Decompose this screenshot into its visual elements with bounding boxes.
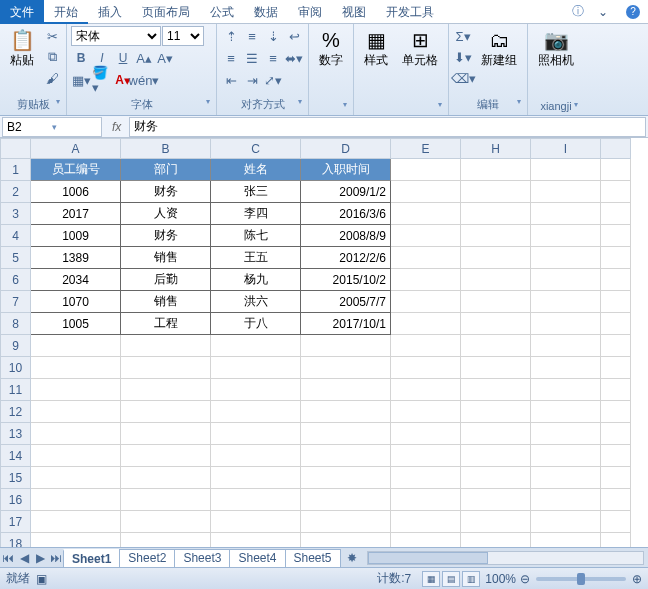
- table-cell[interactable]: 财务: [121, 181, 211, 203]
- row-header-16[interactable]: 16: [1, 489, 31, 511]
- empty-cell[interactable]: [31, 379, 121, 401]
- empty-cell[interactable]: [391, 445, 461, 467]
- empty-cell[interactable]: [391, 291, 461, 313]
- table-cell[interactable]: 2015/10/2: [301, 269, 391, 291]
- table-header-cell[interactable]: 姓名: [211, 159, 301, 181]
- table-cell[interactable]: 2012/2/6: [301, 247, 391, 269]
- decrease-font-icon[interactable]: A▾: [155, 48, 175, 68]
- table-cell[interactable]: 1070: [31, 291, 121, 313]
- row-header-5[interactable]: 5: [1, 247, 31, 269]
- table-header-cell[interactable]: 员工编号: [31, 159, 121, 181]
- help-icon[interactable]: ?: [626, 5, 640, 19]
- sheet-tab-Sheet4[interactable]: Sheet4: [229, 549, 285, 567]
- empty-cell[interactable]: [461, 357, 531, 379]
- sheet-tab-Sheet2[interactable]: Sheet2: [119, 549, 175, 567]
- formula-input[interactable]: 财务: [129, 117, 646, 137]
- table-cell[interactable]: 2009/1/2: [301, 181, 391, 203]
- empty-cell[interactable]: [461, 159, 531, 181]
- empty-cell[interactable]: [531, 357, 601, 379]
- cells-button[interactable]: ⊞ 单元格: [396, 26, 444, 71]
- empty-cell[interactable]: [211, 357, 301, 379]
- table-cell[interactable]: 2017: [31, 203, 121, 225]
- worksheet[interactable]: ABCDEHI1员工编号部门姓名入职时间21006财务张三2009/1/2320…: [0, 138, 648, 547]
- empty-cell[interactable]: [531, 445, 601, 467]
- table-cell[interactable]: 1005: [31, 313, 121, 335]
- wrap-text-icon[interactable]: ↩: [284, 26, 304, 46]
- sheet-nav-prev[interactable]: ◀: [16, 550, 32, 566]
- row-header-17[interactable]: 17: [1, 511, 31, 533]
- fill-color-button[interactable]: 🪣▾: [92, 70, 112, 90]
- bold-button[interactable]: B: [71, 48, 91, 68]
- empty-cell[interactable]: [121, 445, 211, 467]
- empty-cell[interactable]: [121, 335, 211, 357]
- empty-cell[interactable]: [461, 379, 531, 401]
- col-header-B[interactable]: B: [121, 139, 211, 159]
- col-header-I[interactable]: I: [531, 139, 601, 159]
- empty-cell[interactable]: [301, 379, 391, 401]
- empty-cell[interactable]: [211, 445, 301, 467]
- row-header-4[interactable]: 4: [1, 225, 31, 247]
- paste-button[interactable]: 📋 粘贴: [4, 26, 40, 71]
- indent-decrease-icon[interactable]: ⇤: [221, 70, 241, 90]
- empty-cell[interactable]: [301, 467, 391, 489]
- empty-cell[interactable]: [531, 423, 601, 445]
- empty-cell[interactable]: [121, 357, 211, 379]
- align-bottom-icon[interactable]: ⇣: [263, 26, 283, 46]
- tab-2[interactable]: 页面布局: [132, 0, 200, 24]
- table-cell[interactable]: 后勤: [121, 269, 211, 291]
- format-painter-icon[interactable]: 🖌: [42, 68, 62, 88]
- align-left-icon[interactable]: ≡: [221, 48, 241, 68]
- zoom-in-button[interactable]: ⊕: [632, 572, 642, 586]
- empty-cell[interactable]: [301, 401, 391, 423]
- zoom-out-button[interactable]: ⊖: [520, 572, 530, 586]
- empty-cell[interactable]: [391, 533, 461, 548]
- empty-cell[interactable]: [461, 269, 531, 291]
- number-format-button[interactable]: % 数字: [313, 26, 349, 71]
- empty-cell[interactable]: [531, 533, 601, 548]
- underline-button[interactable]: U: [113, 48, 133, 68]
- table-cell[interactable]: 洪六: [211, 291, 301, 313]
- name-box[interactable]: B2 ▾: [2, 117, 102, 137]
- empty-cell[interactable]: [211, 467, 301, 489]
- empty-cell[interactable]: [391, 511, 461, 533]
- empty-cell[interactable]: [461, 225, 531, 247]
- table-cell[interactable]: 财务: [121, 225, 211, 247]
- row-header-8[interactable]: 8: [1, 313, 31, 335]
- empty-cell[interactable]: [391, 489, 461, 511]
- indent-increase-icon[interactable]: ⇥: [242, 70, 262, 90]
- empty-cell[interactable]: [461, 401, 531, 423]
- table-cell[interactable]: 王五: [211, 247, 301, 269]
- col-header-C[interactable]: C: [211, 139, 301, 159]
- empty-cell[interactable]: [301, 335, 391, 357]
- empty-cell[interactable]: [391, 313, 461, 335]
- tab-0[interactable]: 开始: [44, 0, 88, 24]
- row-header-12[interactable]: 12: [1, 401, 31, 423]
- empty-cell[interactable]: [211, 379, 301, 401]
- empty-cell[interactable]: [301, 511, 391, 533]
- tab-7[interactable]: 开发工具: [376, 0, 444, 24]
- table-cell[interactable]: 销售: [121, 247, 211, 269]
- empty-cell[interactable]: [531, 247, 601, 269]
- cell-grid[interactable]: ABCDEHI1员工编号部门姓名入职时间21006财务张三2009/1/2320…: [0, 138, 631, 547]
- table-header-cell[interactable]: 入职时间: [301, 159, 391, 181]
- empty-cell[interactable]: [301, 489, 391, 511]
- empty-cell[interactable]: [211, 533, 301, 548]
- merge-cells-icon[interactable]: ⬌▾: [284, 48, 304, 68]
- empty-cell[interactable]: [461, 445, 531, 467]
- align-center-icon[interactable]: ☰: [242, 48, 262, 68]
- empty-cell[interactable]: [391, 269, 461, 291]
- empty-cell[interactable]: [211, 335, 301, 357]
- empty-cell[interactable]: [461, 247, 531, 269]
- new-sheet-icon[interactable]: ✸: [341, 551, 363, 565]
- font-name-select[interactable]: 宋体: [71, 26, 161, 46]
- tab-3[interactable]: 公式: [200, 0, 244, 24]
- empty-cell[interactable]: [531, 467, 601, 489]
- empty-cell[interactable]: [121, 511, 211, 533]
- row-header-18[interactable]: 18: [1, 533, 31, 548]
- empty-cell[interactable]: [461, 335, 531, 357]
- clear-icon[interactable]: ⌫▾: [453, 68, 473, 88]
- row-header-13[interactable]: 13: [1, 423, 31, 445]
- empty-cell[interactable]: [31, 489, 121, 511]
- empty-cell[interactable]: [531, 379, 601, 401]
- empty-cell[interactable]: [391, 203, 461, 225]
